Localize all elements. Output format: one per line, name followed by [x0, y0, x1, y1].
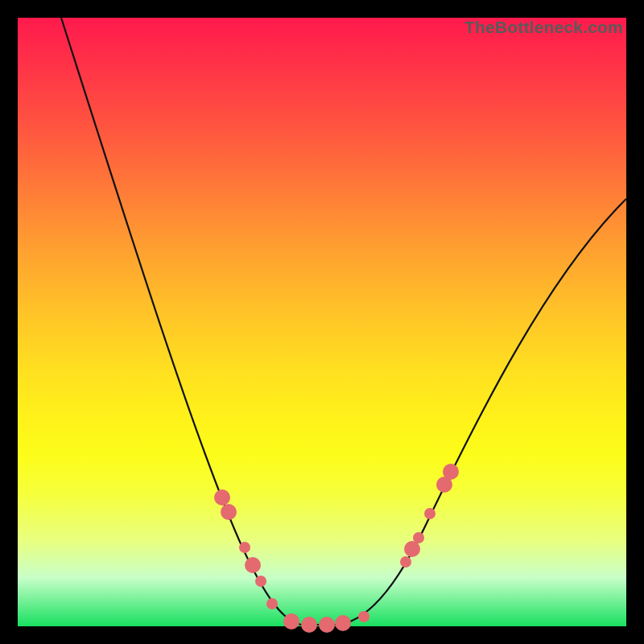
curve-marker	[443, 464, 459, 480]
curve-layer	[18, 18, 626, 626]
curve-marker	[319, 617, 335, 633]
curve-marker	[301, 617, 317, 633]
bottleneck-curve	[61, 18, 626, 625]
chart-frame: TheBottleneck.com	[0, 0, 644, 644]
curve-marker	[239, 542, 250, 553]
watermark-text: TheBottleneck.com	[464, 18, 623, 37]
curve-marker	[335, 615, 351, 631]
curve-marker	[245, 557, 261, 573]
curve-marker	[404, 541, 420, 557]
curve-marker	[214, 489, 230, 506]
curve-marker	[221, 504, 237, 520]
curve-marker	[413, 532, 424, 543]
marker-group	[214, 464, 459, 633]
curve-marker	[283, 613, 299, 630]
curve-marker	[424, 508, 436, 519]
curve-marker	[255, 576, 266, 587]
plot-area	[18, 18, 626, 626]
curve-marker	[400, 556, 411, 568]
curve-marker	[358, 611, 369, 622]
curve-marker	[266, 598, 278, 609]
